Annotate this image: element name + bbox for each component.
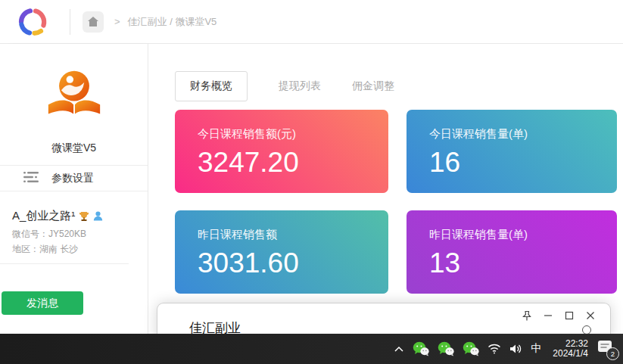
wechat-icon[interactable] — [438, 341, 454, 356]
sidebar-divider — [0, 263, 129, 264]
notification-badge: 2 — [606, 347, 619, 360]
operation-list-icon — [23, 171, 39, 186]
sidebar-item-label: 参数设置 — [51, 172, 94, 185]
card-today-sales-count: 今日课程销售量(单) 16 — [407, 110, 617, 193]
course-app-logo — [45, 67, 103, 126]
notification-center-button[interactable]: 2 — [597, 339, 616, 359]
contact-name-row: A_创业之路¹ — [12, 209, 103, 223]
tab-bar: 财务概览 提现列表 佣金调整 — [175, 71, 394, 101]
tab-withdrawal-list[interactable]: 提现列表 — [279, 72, 321, 101]
main-content: 财务概览 提现列表 佣金调整 今日课程销售额(元) 3247.20 今日课程销售… — [148, 44, 623, 334]
home-button[interactable] — [83, 11, 104, 33]
header-divider — [70, 9, 70, 35]
breadcrumb-separator-icon: > — [114, 16, 120, 27]
close-icon[interactable] — [580, 307, 601, 324]
contact-name: A_创业之路¹ — [12, 209, 75, 223]
ime-indicator[interactable]: 中 — [531, 342, 541, 356]
minimize-icon[interactable] — [537, 307, 559, 324]
send-message-button[interactable]: 发消息 — [2, 291, 83, 315]
card-label: 昨日课程销售量(单) — [429, 228, 617, 242]
card-label: 昨日课程销售额 — [198, 228, 388, 242]
taskbar-date: 2024/1/4 — [553, 349, 588, 359]
stat-cards: 今日课程销售额(元) 3247.20 今日课程销售量(单) 16 昨日课程销售额… — [175, 110, 617, 294]
wifi-icon[interactable] — [487, 344, 501, 354]
card-today-sales-amount: 今日课程销售额(元) 3247.20 — [175, 110, 388, 193]
person-icon — [93, 211, 103, 221]
contact-wechat-id: 微信号：JY520KB — [12, 228, 86, 241]
card-label: 今日课程销售额(元) — [198, 127, 388, 142]
taskbar: 中 22:32 2024/1/4 2 — [0, 334, 623, 364]
sidebar: 微课堂V5 参数设置 A_创业之路¹ — [0, 44, 148, 334]
contact-region: 地区：湖南 长沙 — [12, 243, 78, 256]
tab-finance-overview[interactable]: 财务概览 — [175, 71, 248, 101]
sidebar-item-settings[interactable]: 参数设置 — [0, 166, 147, 191]
card-value: 13 — [429, 247, 617, 279]
volume-icon[interactable] — [509, 344, 522, 354]
card-yesterday-sales-amount: 昨日课程销售额 3031.60 — [175, 210, 388, 294]
sidebar-divider — [0, 165, 148, 166]
app-swirl-logo-icon[interactable] — [15, 5, 50, 39]
card-value: 16 — [429, 147, 617, 179]
sidebar-divider — [0, 191, 148, 191]
window-controls — [516, 307, 601, 324]
taskbar-clock[interactable]: 22:32 2024/1/4 — [553, 339, 588, 359]
card-value: 3031.60 — [198, 247, 388, 279]
home-icon — [87, 16, 99, 27]
tab-commission-adjust[interactable]: 佣金调整 — [352, 72, 394, 101]
wechat-icon[interactable] — [463, 341, 479, 356]
card-value: 3247.20 — [198, 147, 388, 179]
breadcrumb[interactable]: 佳汇副业 / 微课堂V5 — [128, 15, 217, 29]
card-label: 今日课程销售量(单) — [429, 127, 617, 142]
sidebar-app-name: 微课堂V5 — [0, 142, 148, 155]
trophy-icon — [79, 211, 89, 222]
pin-icon[interactable] — [516, 307, 537, 324]
chevron-up-icon[interactable] — [394, 346, 404, 353]
card-yesterday-sales-count: 昨日课程销售量(单) 13 — [407, 210, 617, 294]
system-tray: 中 22:32 2024/1/4 2 — [394, 334, 623, 364]
wechat-icon[interactable] — [413, 341, 429, 356]
top-header: > 佳汇副业 / 微课堂V5 — [0, 0, 623, 44]
maximize-icon[interactable] — [559, 307, 580, 324]
screen: > 佳汇副业 / 微课堂V5 微课堂V5 — [0, 0, 623, 364]
